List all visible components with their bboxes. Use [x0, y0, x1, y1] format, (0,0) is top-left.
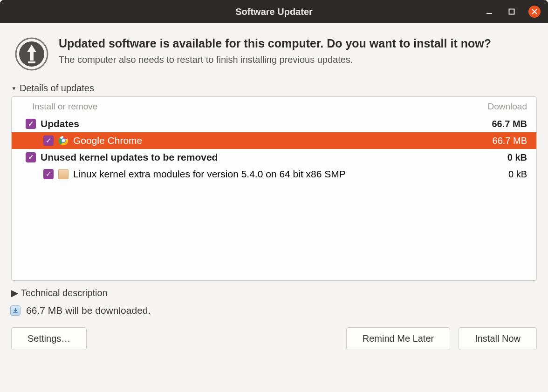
item-chrome-size: 66.7 MB [493, 135, 527, 146]
install-now-button[interactable]: Install Now [459, 327, 537, 350]
item-kernel-label: Linux kernel extra modules for version 5… [73, 169, 504, 180]
main-heading: Updated software is available for this c… [59, 36, 491, 51]
technical-description-expander[interactable]: ▶ Technical description [0, 281, 548, 300]
checkbox-unused-kernel[interactable]: ✓ [26, 152, 36, 162]
group-unused-kernel[interactable]: ✓ Unused kernel updates to be removed 0 … [12, 149, 536, 166]
triangle-down-icon: ▼ [11, 85, 17, 92]
technical-description-label: Technical description [21, 288, 108, 298]
software-updater-window: Software Updater [0, 0, 548, 392]
col-install-remove: Install or remove [32, 101, 97, 112]
maximize-button[interactable] [506, 6, 517, 17]
checkbox-chrome[interactable]: ✓ [43, 135, 54, 146]
remind-later-button[interactable]: Remind Me Later [346, 327, 450, 350]
close-button[interactable] [528, 6, 541, 18]
group-unused-kernel-size: 0 kB [507, 152, 527, 163]
maximize-icon [508, 8, 515, 15]
sub-heading: The computer also needs to restart to fi… [59, 54, 491, 65]
download-icon [10, 305, 21, 316]
svg-rect-6 [28, 61, 35, 63]
content-area: Updated software is available for this c… [0, 23, 548, 392]
details-expander-label: Details of updates [20, 83, 94, 94]
details-expander[interactable]: ▼ Details of updates [0, 80, 548, 96]
titlebar-controls [484, 0, 541, 23]
settings-button[interactable]: Settings… [11, 327, 87, 350]
group-updates-size: 66.7 MB [492, 119, 527, 129]
svg-rect-1 [509, 9, 514, 14]
package-icon [58, 169, 68, 179]
column-headers: Install or remove Download [12, 97, 536, 115]
button-bar: Settings… Remind Me Later Install Now [0, 321, 548, 360]
titlebar: Software Updater [0, 0, 548, 23]
checkbox-updates[interactable]: ✓ [26, 119, 36, 129]
item-linux-kernel[interactable]: ✓ Linux kernel extra modules for version… [12, 166, 536, 182]
svg-point-9 [62, 139, 65, 142]
group-updates-label: Updates [41, 118, 487, 129]
window-title: Software Updater [235, 7, 313, 17]
chrome-icon [58, 135, 68, 146]
header-text: Updated software is available for this c… [59, 36, 491, 72]
item-chrome-label: Google Chrome [73, 135, 488, 146]
download-summary: 66.7 MB will be downloaded. [0, 300, 548, 321]
group-updates[interactable]: ✓ Updates 66.7 MB [12, 115, 536, 132]
item-google-chrome[interactable]: ✓ Google Chrome 66.7 MB [12, 132, 536, 149]
minimize-icon [486, 8, 493, 15]
software-updater-icon [14, 36, 49, 72]
close-icon [532, 9, 537, 14]
item-kernel-size: 0 kB [508, 169, 527, 180]
minimize-button[interactable] [484, 6, 495, 17]
header-block: Updated software is available for this c… [0, 23, 548, 80]
triangle-right-icon: ▶ [11, 287, 18, 298]
checkbox-kernel[interactable]: ✓ [43, 169, 54, 179]
download-summary-text: 66.7 MB will be downloaded. [26, 305, 151, 316]
updates-list: Install or remove Download ✓ Updates 66.… [11, 96, 537, 281]
col-download: Download [488, 101, 527, 112]
group-unused-kernel-label: Unused kernel updates to be removed [41, 152, 503, 163]
